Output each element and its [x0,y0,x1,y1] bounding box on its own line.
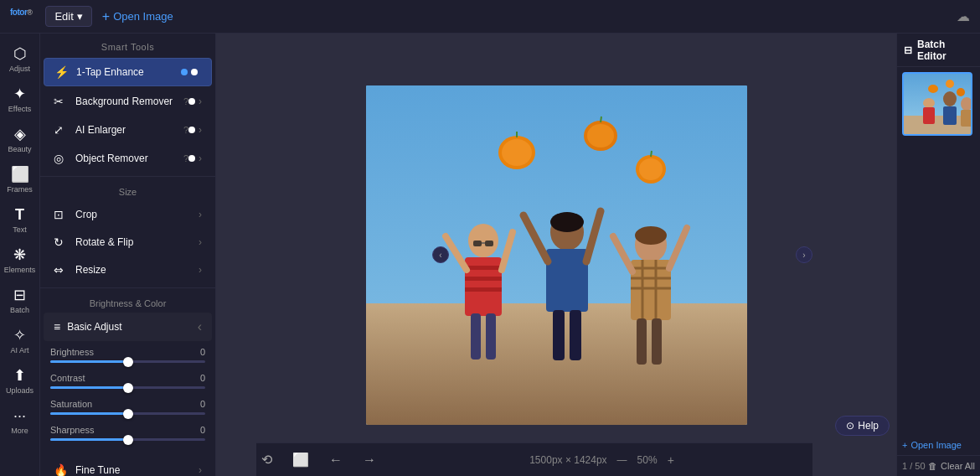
svg-rect-22 [546,249,588,312]
brightness-color-label: Brightness & Color [40,292,215,312]
svg-point-51 [946,80,954,88]
chevron-down-icon: ▾ [77,10,83,23]
resize-arrow-icon: › [199,264,202,276]
text-icon: T [15,206,24,224]
brightness-track[interactable] [50,360,205,363]
active-dot-white [191,69,198,75]
sidebar-item-effects[interactable]: ✦ Effects [3,80,37,117]
sharpness-label: Sharpness [50,425,95,435]
fine-tune-icon: 🔥 [54,463,69,476]
smart-tools-label: Smart Tools [40,34,215,57]
chevron-right-icon: › [199,96,202,107]
contrast-value: 0 [200,373,205,383]
sliders-section: Brightness 0 Contrast 0 [40,342,215,456]
svg-point-52 [957,88,965,96]
brightness-value: 0 [200,347,205,357]
image-size: 1500px × 1424px [529,454,606,466]
svg-point-9 [639,158,663,180]
svg-rect-49 [961,110,972,127]
image-thumbnail[interactable] [902,72,972,136]
sidebar-icons: ⬡ Adjust ✦ Effects ◈ Beauty ⬜ Frames T T… [0,34,40,476]
tool-rotate-flip[interactable]: ↻ Rotate & Flip › [44,229,212,256]
crop-arrow-icon: › [199,209,202,220]
sidebar-item-beauty[interactable]: ◈ Beauty [3,121,37,158]
sidebar-item-frames[interactable]: ⬜ Frames [3,161,37,198]
batch-editor-icon: ⊟ [904,44,912,56]
sidebar-item-uploads[interactable]: ⬆ Uploads [3,362,37,399]
tool-background-remover[interactable]: ✂ Background Remover ? › [44,88,212,115]
svg-rect-47 [943,106,957,125]
svg-point-50 [928,85,938,93]
collapse-panel-button[interactable]: ‹ [432,246,449,263]
enlarger-icon: ⤢ [54,123,69,137]
active-dot-blue [181,69,188,75]
contrast-track[interactable] [50,386,205,389]
svg-rect-13 [465,266,502,270]
bg-remover-icon: ✂ [54,95,69,108]
size-section: Size ⊡ Crop › ↻ Rotate & Flip › ⇔ Resize… [40,176,215,284]
zoom-increase-button[interactable]: + [668,453,674,467]
basic-adjust-icon: ≡ [54,320,60,334]
sidebar-item-adjust[interactable]: ⬡ Adjust [3,40,37,77]
effects-icon: ✦ [13,85,26,103]
open-image-button[interactable]: + Open Image [92,6,183,28]
reset-button[interactable]: ⟲ [256,448,277,471]
sidebar-item-ai-art[interactable]: ✧ AI Art [3,322,37,359]
svg-point-6 [587,124,614,147]
svg-rect-45 [923,107,935,124]
svg-point-46 [943,91,957,106]
obj-remover-icon: ◎ [54,152,69,165]
svg-rect-18 [471,313,481,360]
tool-fine-tune[interactable]: 🔥 Fine Tune › [44,457,212,476]
edit-button[interactable]: Edit ▾ [45,6,91,27]
svg-point-44 [923,98,935,108]
svg-rect-26 [570,310,581,360]
zoom-separator: — [617,454,627,466]
brightness-section: Brightness & Color ≡ Basic Adjust ‹ Brig… [40,287,215,476]
brightness-label: Brightness [50,347,94,357]
svg-line-7 [601,116,601,122]
sidebar-item-elements[interactable]: ❋ Elements [3,241,37,278]
canvas-main [216,34,896,476]
adjust-icon: ⬡ [13,44,27,63]
chevron-right-icon-3: › [199,153,202,164]
help-button[interactable]: ⊙ Help [835,416,890,436]
expand-right-panel-button[interactable]: › [796,246,812,263]
trash-icon: 🗑 [928,461,937,471]
tool-one-tap-enhance[interactable]: ⚡ 1-Tap Enhance [44,58,212,86]
sharpness-track[interactable] [50,438,205,441]
canvas-status-bar: ⟲ ⬜ ← → 1500px × 1424px — 50% + [256,442,812,476]
saturation-value: 0 [200,399,205,409]
photo-svg [366,85,747,425]
zoom-level: 50% [637,454,658,466]
fit-screen-button[interactable]: ⬜ [287,448,314,471]
tool-ai-enlarger[interactable]: ⤢ AI Enlarger ? › [44,116,212,143]
open-image-right-button[interactable]: + Open Image [897,435,980,455]
cloud-icon[interactable]: ☁ [957,8,970,24]
tool-object-remover[interactable]: ◎ Object Remover ? › [44,145,212,172]
svg-rect-40 [485,241,493,246]
ai-art-icon: ✧ [13,326,26,344]
uploads-icon: ⬆ [13,366,26,385]
main-layout: ⬡ Adjust ✦ Effects ◈ Beauty ⬜ Frames T T… [0,34,980,476]
brightness-slider-row: Brightness 0 [50,347,205,363]
basic-adjust-header[interactable]: ≡ Basic Adjust ‹ [44,313,212,341]
thumbnail-area [897,67,980,435]
zoom-out-button[interactable]: ← [324,449,348,471]
batch-editor-title: Batch Editor [917,39,973,62]
saturation-track[interactable] [50,412,205,415]
sidebar-item-more[interactable]: ··· More [3,402,37,439]
tool-resize[interactable]: ⇔ Resize › [44,256,212,283]
status-dot [188,98,195,105]
contrast-label: Contrast [50,373,85,383]
zoom-in-button[interactable]: → [358,449,381,471]
crop-icon: ⊡ [54,208,69,221]
plus-icon-right: + [902,440,907,450]
clear-all-button[interactable]: 🗑 Clear All [928,461,975,471]
sidebar-item-batch[interactable]: ⊟ Batch [3,282,37,318]
more-icon: ··· [13,407,26,425]
canvas-image [366,85,747,425]
tool-crop[interactable]: ⊡ Crop › [44,201,212,228]
status-dot-3 [188,155,195,162]
sidebar-item-text[interactable]: T Text [3,201,37,238]
